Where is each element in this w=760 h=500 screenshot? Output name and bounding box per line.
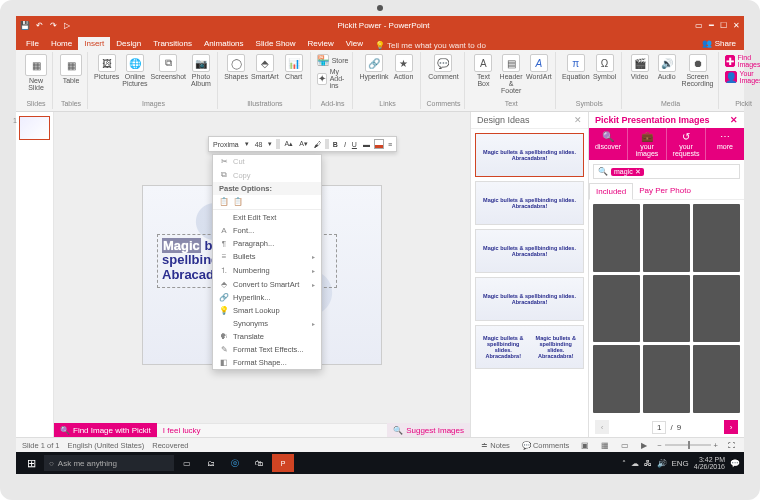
pickit-feel-lucky[interactable]: I feel lucky [157, 423, 387, 437]
ctx-numbering[interactable]: ⒈Numbering▸ [213, 263, 321, 278]
action-button[interactable]: ★Action [392, 54, 416, 80]
decrease-font-icon[interactable]: A▾ [297, 140, 310, 148]
underline-icon[interactable]: U [350, 141, 359, 148]
tab-file[interactable]: File [20, 37, 45, 50]
pickit-find-image-bar[interactable]: 🔍 Find Image with Pickit [54, 423, 157, 437]
task-view-icon[interactable]: ▭ [176, 454, 198, 472]
audio-button[interactable]: 🔊Audio [655, 54, 679, 80]
cortana-search[interactable]: ○ Ask me anything [44, 455, 174, 471]
pickit-tab-your-images[interactable]: 💼your images [628, 128, 667, 160]
taskbar-clock[interactable]: 3:42 PM4/26/2016 [694, 456, 725, 470]
hyperlink-button[interactable]: 🔗Hyperlink [359, 54, 388, 80]
ctx-text-effects[interactable]: ✎Format Text Effects... [213, 343, 321, 356]
ctx-hyperlink[interactable]: 🔗Hyperlink... [213, 291, 321, 304]
tab-design[interactable]: Design [110, 37, 147, 50]
textbox-button[interactable]: AText Box [471, 54, 495, 87]
pickit-image[interactable] [693, 275, 740, 343]
fit-to-window-icon[interactable]: ⛶ [726, 441, 738, 450]
new-slide-button[interactable]: ▦New Slide [24, 54, 48, 91]
start-button[interactable]: ⊞ [20, 454, 42, 472]
font-name[interactable]: Proxima [211, 141, 241, 148]
view-slideshow-icon[interactable]: ▶ [639, 441, 649, 450]
status-lang[interactable]: English (United States) [68, 441, 145, 450]
comment-button[interactable]: 💬Comment [428, 54, 458, 80]
store-button[interactable]: 🏪Store [317, 54, 349, 66]
ctx-bullets[interactable]: ≡Bullets▸ [213, 250, 321, 263]
status-comments[interactable]: 💬 Comments [520, 441, 571, 450]
chart-button[interactable]: 📊Chart [282, 54, 306, 80]
video-button[interactable]: 🎬Video [628, 54, 652, 80]
smartart-button[interactable]: ⬘SmartArt [251, 54, 279, 80]
pictures-button[interactable]: 🖼Pictures [94, 54, 119, 80]
pickit-your-images-button[interactable]: 👤Your Images [725, 70, 760, 84]
save-icon[interactable]: 💾 [20, 20, 30, 30]
pickit-close-icon[interactable]: ✕ [730, 115, 738, 125]
pickit-tab-your-requests[interactable]: ↺your requests [667, 128, 706, 160]
design-idea-4[interactable]: Magic bullets & spellbinding slides. Abr… [475, 277, 584, 321]
tray-volume-icon[interactable]: 🔊 [657, 459, 667, 468]
redo-icon[interactable]: ↷ [48, 20, 58, 30]
tray-onedrive-icon[interactable]: ☁ [631, 459, 639, 468]
pickit-image[interactable] [643, 204, 690, 272]
tell-me[interactable]: 💡 Tell me what you want to do [375, 41, 486, 50]
ctx-font[interactable]: AFont... [213, 224, 321, 237]
ctx-exit-edit[interactable]: Exit Edit Text [213, 211, 321, 224]
pickit-image[interactable] [693, 204, 740, 272]
ctx-convert-smartart[interactable]: ⬘Convert to SmartArt▸ [213, 278, 321, 291]
highlight-icon[interactable]: ▬ [361, 141, 372, 148]
pickit-subtab-pay[interactable]: Pay Per Photo [633, 183, 697, 199]
design-idea-5[interactable]: Magic bullets & spellbinding slides. Abr… [475, 325, 584, 369]
tray-chevron-icon[interactable]: ˄ [622, 459, 626, 468]
minimize-icon[interactable]: ━ [709, 21, 714, 30]
slide-thumbnail-1[interactable] [19, 116, 50, 140]
bold-icon[interactable]: B [331, 141, 340, 148]
edge-icon[interactable]: ⓔ [224, 454, 246, 472]
online-pictures-button[interactable]: 🌐Online Pictures [122, 54, 147, 87]
tray-network-icon[interactable]: 🖧 [644, 459, 652, 468]
pickit-next-page[interactable]: › [724, 420, 738, 434]
ctx-smart-lookup[interactable]: 💡Smart Lookup [213, 304, 321, 317]
close-icon[interactable]: ✕ [733, 21, 740, 30]
tab-slideshow[interactable]: Slide Show [250, 37, 302, 50]
format-painter-icon[interactable]: 🖌 [312, 141, 323, 148]
font-color-icon[interactable] [374, 139, 384, 149]
tab-view[interactable]: View [340, 37, 369, 50]
symbol-button[interactable]: ΩSymbol [593, 54, 617, 80]
pickit-image[interactable] [593, 275, 640, 343]
ctx-translate[interactable]: 🗣Translate [213, 330, 321, 343]
status-notes[interactable]: ≐ Notes [479, 441, 512, 450]
share-button[interactable]: 👥 Share [698, 37, 740, 50]
pickit-prev-page[interactable]: ‹ [595, 420, 609, 434]
ribbon-options-icon[interactable]: ▭ [695, 21, 703, 30]
tab-insert[interactable]: Insert [78, 37, 110, 50]
pickit-tab-discover[interactable]: 🔍discover [589, 128, 628, 160]
powerpoint-taskbar-icon[interactable]: P [272, 454, 294, 472]
bullets-icon[interactable]: ≡ [386, 141, 394, 148]
screenshot-button[interactable]: ⧉Screenshot [151, 54, 186, 80]
pickit-page-current[interactable]: 1 [652, 421, 666, 434]
undo-icon[interactable]: ↶ [34, 20, 44, 30]
store-icon[interactable]: 🛍 [248, 454, 270, 472]
tab-animations[interactable]: Animations [198, 37, 250, 50]
pickit-image[interactable] [593, 204, 640, 272]
tab-transitions[interactable]: Transitions [147, 37, 198, 50]
pickit-search-tag[interactable]: magic ✕ [611, 168, 644, 176]
photo-album-button[interactable]: 📷Photo Album [189, 54, 213, 87]
pickit-subtab-included[interactable]: Included [589, 183, 633, 200]
ctx-synonyms[interactable]: Synonyms▸ [213, 317, 321, 330]
design-idea-2[interactable]: Magic bullets & spellbinding slides. Abr… [475, 181, 584, 225]
table-button[interactable]: ▦Table [59, 54, 83, 84]
maximize-icon[interactable]: ☐ [720, 21, 727, 30]
zoom-slider[interactable]: −+ [657, 441, 718, 450]
ctx-paste-keep[interactable]: 📋📋 [213, 195, 321, 208]
increase-font-icon[interactable]: A▴ [282, 140, 295, 148]
header-footer-button[interactable]: ▤Header & Footer [498, 54, 523, 94]
design-idea-3[interactable]: Magic bullets & spellbinding slides. Abr… [475, 229, 584, 273]
view-reading-icon[interactable]: ▭ [619, 441, 631, 450]
view-normal-icon[interactable]: ▣ [579, 441, 591, 450]
pickit-image[interactable] [643, 275, 690, 343]
ctx-paragraph[interactable]: ¶Paragraph... [213, 237, 321, 250]
pickit-tab-more[interactable]: ⋯more [706, 128, 744, 160]
tab-review[interactable]: Review [302, 37, 340, 50]
pickit-search[interactable]: 🔍 magic ✕ [593, 164, 740, 179]
